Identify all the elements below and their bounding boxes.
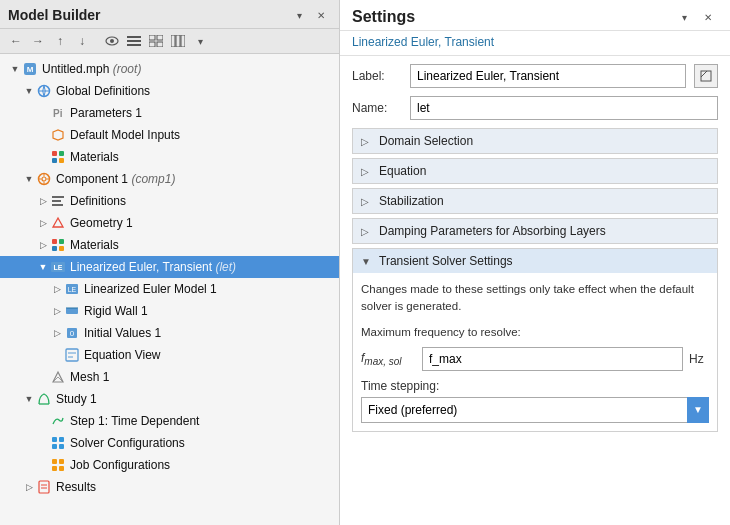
svg-rect-33	[59, 246, 64, 251]
max-freq-label: Maximum frequency to resolve:	[361, 324, 709, 341]
section-equation: ▷ Equation	[352, 158, 718, 184]
svg-rect-3	[127, 40, 141, 42]
label-edit-button[interactable]	[694, 64, 718, 88]
dropdown-button[interactable]: ▾	[190, 32, 210, 50]
section-header-domain-sel[interactable]: ▷ Domain Selection	[353, 129, 717, 153]
forward-button[interactable]: →	[28, 32, 48, 50]
solver-conf-icon	[50, 435, 66, 451]
svg-text:LE: LE	[54, 264, 63, 271]
time-stepping-select[interactable]: Fixed (preferred) Free Strict	[361, 397, 709, 423]
down-button[interactable]: ↓	[72, 32, 92, 50]
settings-panel: Settings ▾ ✕ Linearized Euler, Transient…	[340, 0, 730, 525]
settings-body: Label: Name: ▷ Domain Selection ▷ Equati…	[340, 56, 730, 525]
svg-rect-51	[52, 444, 57, 449]
svg-rect-20	[59, 158, 64, 163]
root-icon: M	[22, 61, 38, 77]
freq-unit: Hz	[689, 352, 709, 366]
tree-item-step-td[interactable]: Step 1: Time Dependent	[0, 410, 339, 432]
svg-line-61	[701, 71, 707, 77]
name-field-label: Name:	[352, 101, 402, 115]
time-stepping-label: Time stepping:	[361, 379, 439, 393]
columns-icon	[171, 35, 185, 47]
settings-pin-button[interactable]: ▾	[674, 8, 694, 26]
geometry-icon	[50, 215, 66, 231]
label-input[interactable]	[410, 64, 686, 88]
svg-rect-52	[59, 444, 64, 449]
window-pin-button[interactable]: ▾	[289, 6, 309, 24]
grid-view-button[interactable]	[146, 32, 166, 50]
tree-item-default-inputs[interactable]: Default Model Inputs	[0, 124, 339, 146]
freq-input[interactable]	[422, 347, 683, 371]
svg-rect-9	[171, 35, 175, 47]
svg-rect-50	[59, 437, 64, 442]
tree-item-eq-view[interactable]: Equation View	[0, 344, 339, 366]
svg-rect-2	[127, 36, 141, 38]
tree-item-study1[interactable]: ▼ Study 1	[0, 388, 339, 410]
more-view-button[interactable]	[168, 32, 188, 50]
eq-view-icon	[64, 347, 80, 363]
tree-label-le-transient: Linearized Euler, Transient (let)	[70, 260, 236, 274]
view-toggle-button[interactable]	[102, 32, 122, 50]
svg-rect-6	[157, 35, 163, 40]
materials-comp-icon	[50, 237, 66, 253]
arrow-root: ▼	[8, 64, 22, 74]
settings-close-button[interactable]: ✕	[698, 8, 718, 26]
section-header-transient[interactable]: ▼ Transient Solver Settings	[353, 249, 717, 273]
section-damping: ▷ Damping Parameters for Absorbing Layer…	[352, 218, 718, 244]
time-stepping-select-wrapper: Fixed (preferred) Free Strict ▼	[361, 397, 709, 423]
arrow-equation: ▷	[361, 166, 373, 177]
up-button[interactable]: ↑	[50, 32, 70, 50]
model-tree: ▼ M Untitled.mph (root) ▼ Global Definit…	[0, 54, 339, 525]
window-close-button[interactable]: ✕	[311, 6, 331, 24]
section-label-transient: Transient Solver Settings	[379, 254, 513, 268]
tree-label-le-model1: Linearized Euler Model 1	[84, 282, 217, 296]
mesh-icon	[50, 369, 66, 385]
transient-content: Changes made to these settings only take…	[353, 273, 717, 431]
tree-label-init-values1: Initial Values 1	[84, 326, 161, 340]
tree-item-init-values1[interactable]: ▷ 0 Initial Values 1	[0, 322, 339, 344]
model-builder-panel: Model Builder ▾ ✕ ← → ↑ ↓ ▾ ▼	[0, 0, 340, 525]
tree-item-comp1[interactable]: ▼ Component 1 (comp1)	[0, 168, 339, 190]
svg-text:M: M	[27, 65, 34, 74]
definitions-icon	[50, 193, 66, 209]
tree-item-global-def[interactable]: ▼ Global Definitions	[0, 80, 339, 102]
tree-item-materials-global[interactable]: Materials	[0, 146, 339, 168]
name-input[interactable]	[410, 96, 718, 120]
tree-item-mesh1[interactable]: Mesh 1	[0, 366, 339, 388]
tree-label-materials-global: Materials	[70, 150, 119, 164]
tree-item-params1[interactable]: Pi Parameters 1	[0, 102, 339, 124]
tree-label-results: Results	[56, 480, 96, 494]
tree-label-geometry1: Geometry 1	[70, 216, 133, 230]
tree-item-materials-comp[interactable]: ▷ Materials	[0, 234, 339, 256]
svg-rect-49	[52, 437, 57, 442]
tree-item-definitions[interactable]: ▷ Definitions	[0, 190, 339, 212]
svg-rect-53	[52, 459, 57, 464]
section-header-stabilization[interactable]: ▷ Stabilization	[353, 189, 717, 213]
tree-label-comp1: Component 1 (comp1)	[56, 172, 175, 186]
arrow-damping: ▷	[361, 226, 373, 237]
study-icon	[36, 391, 52, 407]
tree-item-rigid-wall1[interactable]: ▷ Rigid Wall 1	[0, 300, 339, 322]
list-view-button[interactable]	[124, 32, 144, 50]
grid-icon	[149, 35, 163, 47]
svg-text:Pi: Pi	[53, 108, 63, 119]
tree-item-le-model1[interactable]: ▷ LE Linearized Euler Model 1	[0, 278, 339, 300]
section-header-damping[interactable]: ▷ Damping Parameters for Absorbing Layer…	[353, 219, 717, 243]
arrow-le-transient: ▼	[36, 262, 50, 272]
inputs-icon	[50, 127, 66, 143]
tree-item-results[interactable]: ▷ Results	[0, 476, 339, 498]
back-button[interactable]: ←	[6, 32, 26, 50]
svg-point-1	[110, 39, 114, 43]
tree-label-root: Untitled.mph (root)	[42, 62, 141, 76]
tree-item-geometry1[interactable]: ▷ Geometry 1	[0, 212, 339, 234]
tree-label-rigid-wall1: Rigid Wall 1	[84, 304, 148, 318]
tree-item-root[interactable]: ▼ M Untitled.mph (root)	[0, 58, 339, 80]
tree-item-solver-conf[interactable]: Solver Configurations	[0, 432, 339, 454]
section-header-equation[interactable]: ▷ Equation	[353, 159, 717, 183]
svg-rect-28	[52, 200, 61, 202]
svg-rect-42	[66, 349, 78, 361]
tree-label-mesh1: Mesh 1	[70, 370, 109, 384]
tree-item-le-transient[interactable]: ▼ LE Linearized Euler, Transient (let)	[0, 256, 339, 278]
tree-item-job-conf[interactable]: Job Configurations	[0, 454, 339, 476]
section-label-domain-sel: Domain Selection	[379, 134, 473, 148]
